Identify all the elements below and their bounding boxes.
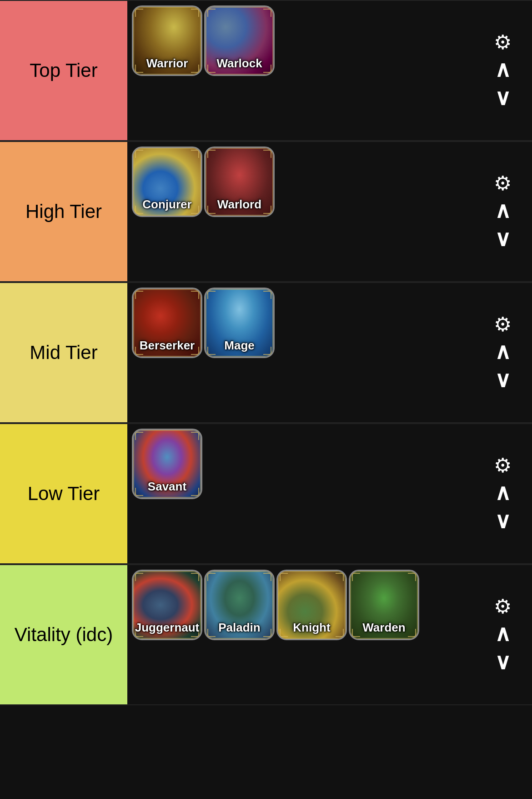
tier-label-low: Low Tier bbox=[0, 424, 127, 563]
card-corner-br bbox=[263, 65, 271, 73]
card-corner-tl bbox=[207, 150, 216, 158]
class-name-berserker: Berserker bbox=[140, 339, 195, 357]
tier-row-high: High TierConjurerWarlord⚙∧∨ bbox=[0, 141, 532, 282]
card-corner-tr bbox=[191, 291, 199, 299]
card-corner-tl bbox=[135, 432, 143, 440]
card-corner-bl bbox=[135, 488, 143, 496]
card-corner-br bbox=[263, 629, 271, 637]
card-corner-tr bbox=[263, 291, 271, 299]
move-up-icon[interactable]: ∧ bbox=[495, 59, 511, 81]
card-corner-tr bbox=[263, 9, 271, 17]
class-name-conjurer: Conjurer bbox=[142, 198, 191, 216]
move-down-icon[interactable]: ∨ bbox=[495, 228, 511, 250]
tier-items-mid: BerserkerMage bbox=[127, 283, 473, 422]
tier-items-high: ConjurerWarlord bbox=[127, 142, 473, 281]
class-name-paladin: Paladin bbox=[218, 621, 260, 639]
tier-row-low: Low TierSavant⚙∧∨ bbox=[0, 423, 532, 564]
card-corner-bl bbox=[207, 206, 216, 214]
tier-items-top: WarriorWarlock bbox=[127, 1, 473, 140]
class-card-savant[interactable]: Savant bbox=[132, 429, 202, 499]
card-corner-tr bbox=[191, 432, 199, 440]
card-corner-tl bbox=[135, 9, 143, 17]
move-up-icon[interactable]: ∧ bbox=[495, 200, 511, 222]
tier-row-vitality: Vitality (idc)JuggernautPaladinKnightWar… bbox=[0, 564, 532, 705]
card-corner-bl bbox=[207, 629, 216, 637]
tier-label-top: Top Tier bbox=[0, 1, 127, 140]
card-corner-tr bbox=[191, 573, 199, 581]
move-up-icon[interactable]: ∧ bbox=[495, 341, 511, 363]
tier-label-mid: Mid Tier bbox=[0, 283, 127, 422]
tier-row-mid: Mid TierBerserkerMage⚙∧∨ bbox=[0, 282, 532, 423]
move-up-icon[interactable]: ∧ bbox=[495, 623, 511, 645]
card-corner-tl bbox=[135, 291, 143, 299]
gear-icon[interactable]: ⚙ bbox=[494, 314, 512, 334]
gear-icon[interactable]: ⚙ bbox=[494, 597, 512, 617]
card-corner-tl bbox=[207, 291, 216, 299]
card-corner-tl bbox=[135, 573, 143, 581]
card-corner-br bbox=[191, 65, 199, 73]
class-card-warlock[interactable]: Warlock bbox=[204, 5, 275, 76]
tier-controls-high: ⚙∧∨ bbox=[473, 142, 532, 281]
card-corner-tr bbox=[191, 150, 199, 158]
gear-icon[interactable]: ⚙ bbox=[494, 32, 512, 52]
card-corner-bl bbox=[352, 629, 360, 637]
class-card-paladin[interactable]: Paladin bbox=[204, 570, 275, 640]
tier-label-high: High Tier bbox=[0, 142, 127, 281]
class-card-mage[interactable]: Mage bbox=[204, 288, 275, 358]
class-name-warrior: Warrior bbox=[146, 57, 188, 75]
tier-items-low: Savant bbox=[127, 424, 473, 563]
tier-controls-low: ⚙∧∨ bbox=[473, 424, 532, 563]
card-corner-bl bbox=[207, 65, 216, 73]
card-corner-tr bbox=[408, 573, 416, 581]
tier-controls-mid: ⚙∧∨ bbox=[473, 283, 532, 422]
card-corner-tr bbox=[336, 573, 344, 581]
card-corner-tl bbox=[135, 150, 143, 158]
card-corner-tl bbox=[207, 9, 216, 17]
tier-label-vitality: Vitality (idc) bbox=[0, 565, 127, 704]
move-up-icon[interactable]: ∧ bbox=[495, 482, 511, 504]
move-down-icon[interactable]: ∨ bbox=[495, 369, 511, 391]
move-down-icon[interactable]: ∨ bbox=[495, 87, 511, 109]
class-name-juggernaut: Juggernaut bbox=[135, 621, 200, 639]
card-corner-bl bbox=[207, 347, 216, 355]
card-corner-tl bbox=[207, 573, 216, 581]
move-down-icon[interactable]: ∨ bbox=[495, 510, 511, 532]
card-corner-tr bbox=[191, 9, 199, 17]
card-corner-tr bbox=[263, 150, 271, 158]
class-name-warden: Warden bbox=[362, 621, 405, 639]
class-card-warrior[interactable]: Warrior bbox=[132, 5, 202, 76]
tier-controls-top: ⚙∧∨ bbox=[473, 1, 532, 140]
class-card-warden[interactable]: Warden bbox=[349, 570, 419, 640]
tier-controls-vitality: ⚙∧∨ bbox=[473, 565, 532, 704]
card-corner-br bbox=[336, 629, 344, 637]
card-corner-br bbox=[191, 488, 199, 496]
card-corner-tl bbox=[280, 573, 288, 581]
tier-row-top: Top TierWarriorWarlock⚙∧∨ bbox=[0, 0, 532, 141]
card-corner-bl bbox=[135, 65, 143, 73]
card-corner-br bbox=[408, 629, 416, 637]
class-name-mage: Mage bbox=[224, 339, 254, 357]
card-corner-tr bbox=[263, 573, 271, 581]
move-down-icon[interactable]: ∨ bbox=[495, 651, 511, 673]
class-name-warlock: Warlock bbox=[216, 57, 262, 75]
card-corner-br bbox=[191, 206, 199, 214]
card-corner-br bbox=[263, 347, 271, 355]
tier-items-vitality: JuggernautPaladinKnightWarden bbox=[127, 565, 473, 704]
card-corner-bl bbox=[280, 629, 288, 637]
class-name-warlord: Warlord bbox=[217, 198, 261, 216]
class-card-berserker[interactable]: Berserker bbox=[132, 288, 202, 358]
class-card-conjurer[interactable]: Conjurer bbox=[132, 147, 202, 217]
class-name-knight: Knight bbox=[293, 621, 330, 639]
card-corner-tl bbox=[352, 573, 360, 581]
class-name-savant: Savant bbox=[148, 480, 186, 498]
card-corner-br bbox=[263, 206, 271, 214]
class-card-knight[interactable]: Knight bbox=[276, 570, 347, 640]
class-card-warlord[interactable]: Warlord bbox=[204, 147, 275, 217]
gear-icon[interactable]: ⚙ bbox=[494, 455, 512, 475]
gear-icon[interactable]: ⚙ bbox=[494, 173, 512, 193]
tier-list: Top TierWarriorWarlock⚙∧∨High TierConjur… bbox=[0, 0, 532, 705]
class-card-juggernaut[interactable]: Juggernaut bbox=[132, 570, 202, 640]
